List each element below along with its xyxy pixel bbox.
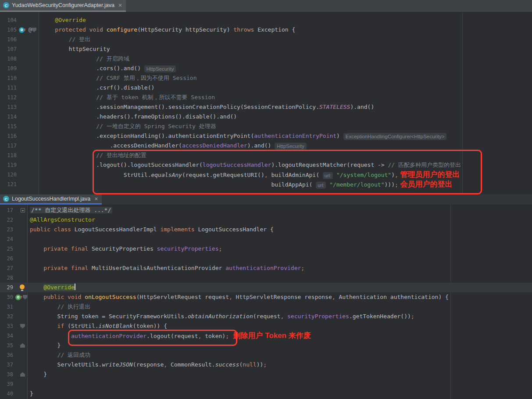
gutter[interactable]: 40 [0, 389, 28, 399]
gutter[interactable]: 109 [0, 64, 39, 73]
gutter[interactable]: 29 [0, 283, 28, 292]
code-text: // 执行退出 [28, 302, 532, 312]
gutter[interactable]: 28 [0, 273, 28, 283]
code-line[interactable]: 39 [0, 379, 532, 389]
tab-label: YudaoWebSecurityConfigurerAdapter.java [12, 2, 114, 8]
gutter[interactable]: 112 [0, 93, 39, 102]
line-number: 26 [0, 254, 13, 263]
code-line[interactable]: 108 // 开启跨域 [0, 54, 532, 64]
code-line[interactable]: 120 StrUtil.equalsAny(request.getRequest… [0, 170, 532, 180]
code-line[interactable]: 32 String token = SecurityFrameworkUtils… [0, 312, 532, 321]
gutter[interactable]: 25 [0, 244, 28, 254]
gutter[interactable]: 36 [0, 350, 28, 360]
fold-region-icon[interactable] [20, 343, 25, 348]
code-line[interactable]: 34 authenticationProvider.logout(request… [0, 331, 532, 341]
code-line[interactable]: 28 [0, 273, 532, 283]
fold-region-icon[interactable] [20, 324, 25, 328]
intention-lightbulb-icon[interactable] [20, 284, 25, 291]
gutter[interactable]: 120 [0, 170, 39, 180]
gutter[interactable]: 38 [0, 370, 28, 379]
code-line[interactable]: 23public class LogoutSuccessHandlerImpl … [0, 225, 532, 234]
code-line[interactable]: 36 // 返回成功 [0, 350, 532, 360]
code-line[interactable]: 106 // 登出 [0, 35, 532, 44]
gutter[interactable]: 111 [0, 83, 39, 93]
close-tab-icon[interactable] [118, 2, 122, 8]
code-line[interactable]: 17+/** 自定义退出处理器 ...*/ [0, 205, 532, 215]
gutter[interactable]: 115 [0, 122, 39, 131]
gutter[interactable]: 33 [0, 321, 28, 331]
gutter[interactable]: 105o [0, 25, 39, 35]
editor-top[interactable]: 104 @Override105o protected void configu… [0, 12, 532, 194]
code-line[interactable]: 26 [0, 254, 532, 263]
gutter[interactable]: 30o [0, 292, 28, 302]
gutter[interactable]: 121 [0, 180, 39, 189]
code-line[interactable]: 29 @Override [0, 283, 532, 292]
code-line[interactable]: 113 .sessionManagement().sessionCreation… [0, 102, 532, 112]
code-line[interactable]: 24 [0, 234, 532, 244]
code-line[interactable]: 109 .cors().and() HttpSecurity [0, 64, 532, 73]
code-line[interactable]: 33 if (StrUtil.isNotBlank(token)) { [0, 321, 532, 331]
gutter[interactable]: 31 [0, 302, 28, 312]
code-line[interactable]: 110 // CSRF 禁用，因为不使用 Session [0, 73, 532, 83]
code-line[interactable]: 116 .exceptionHandling().authenticationE… [0, 131, 532, 141]
fold-region-icon[interactable] [23, 295, 28, 299]
gutter[interactable]: 117 [0, 141, 39, 151]
code-line[interactable]: 30o public void onLogoutSuccess(HttpServ… [0, 292, 532, 302]
gutter[interactable]: 107 [0, 44, 39, 54]
code-line[interactable]: 107 httpSecurity [0, 44, 532, 54]
gutter[interactable]: 106 [0, 35, 39, 44]
inlay-hint: HttpSecurity [144, 65, 176, 72]
gutter[interactable]: 34 [0, 331, 28, 341]
code-line[interactable]: 111 .csrf().disable() [0, 83, 532, 93]
tab-yudao-web-security-configurer-adapter[interactable]: YudaoWebSecurityConfigurerAdapter.java [0, 0, 126, 12]
implementing-method-icon[interactable]: o [15, 292, 23, 302]
code-line[interactable]: 27 private final MultiUserDetailsAuthent… [0, 263, 532, 273]
gutter[interactable]: 26 [0, 254, 28, 263]
gutter[interactable]: 110 [0, 73, 39, 83]
gutter[interactable]: 23 [0, 225, 28, 234]
code-text: String token = SecurityFrameworkUtils.ob… [28, 312, 532, 321]
code-line[interactable]: 114 .headers().frameOptions().disable().… [0, 112, 532, 122]
gutter[interactable]: 27 [0, 263, 28, 273]
code-line[interactable]: 115 // 一堆自定义的 Spring Security 处理器 [0, 122, 532, 131]
annotation-gutter-icon[interactable] [29, 25, 32, 35]
code-line[interactable]: 121 buildAppApi( url: "/member/logout"))… [0, 180, 532, 189]
gutter[interactable]: 118 [0, 151, 39, 160]
gutter[interactable]: 108 [0, 54, 39, 64]
editor-bottom[interactable]: 17+/** 自定义退出处理器 ...*/22@AllArgsConstruct… [0, 205, 532, 399]
code-line[interactable]: 22@AllArgsConstructor [0, 215, 532, 225]
code-line[interactable]: 119 .logout().logoutSuccessHandler(logou… [0, 160, 532, 170]
code-text: .csrf().disable() [39, 83, 532, 93]
code-line[interactable]: 40} [0, 389, 532, 399]
code-line[interactable]: 38 } [0, 370, 532, 379]
fold-region-icon[interactable] [20, 372, 25, 377]
code-line[interactable]: 35 } [0, 341, 532, 350]
code-line[interactable]: 25 private final SecurityProperties secu… [0, 244, 532, 254]
close-tab-icon[interactable] [94, 196, 98, 202]
gutter[interactable]: 32 [0, 312, 28, 321]
expand-fold-icon[interactable]: + [21, 208, 25, 212]
fold-region-icon[interactable] [32, 28, 36, 32]
gutter[interactable]: 119 [0, 160, 39, 170]
overriding-method-icon[interactable]: o [19, 25, 26, 35]
code-line[interactable]: 105o protected void configure(HttpSecuri… [0, 25, 532, 35]
tab-logout-success-handler-impl[interactable]: LogoutSuccessHandlerImpl.java [0, 194, 102, 205]
code-line[interactable]: 118 // 登出地址的配置 [0, 151, 532, 160]
gutter[interactable]: 39 [0, 379, 28, 389]
line-number: 28 [0, 273, 13, 283]
gutter[interactable]: 35 [0, 341, 28, 350]
code-line[interactable]: 37 ServletUtils.writeJSON(response, Comm… [0, 360, 532, 370]
gutter[interactable]: 22 [0, 215, 28, 225]
code-line[interactable]: 112 // 基于 token 机制，所以不需要 Session [0, 93, 532, 102]
gutter[interactable]: 114 [0, 112, 39, 122]
code-text: @Override [39, 15, 532, 25]
code-line[interactable]: 31 // 执行退出 [0, 302, 532, 312]
code-line[interactable]: 117 .accessDeniedHandler(accessDeniedHan… [0, 141, 532, 151]
gutter[interactable]: 113 [0, 102, 39, 112]
gutter[interactable]: 116 [0, 131, 39, 141]
gutter[interactable]: 104 [0, 15, 39, 25]
gutter[interactable]: 37 [0, 360, 28, 370]
gutter[interactable]: 24 [0, 234, 28, 244]
gutter[interactable]: 17+ [0, 205, 28, 215]
code-line[interactable]: 104 @Override [0, 15, 532, 25]
